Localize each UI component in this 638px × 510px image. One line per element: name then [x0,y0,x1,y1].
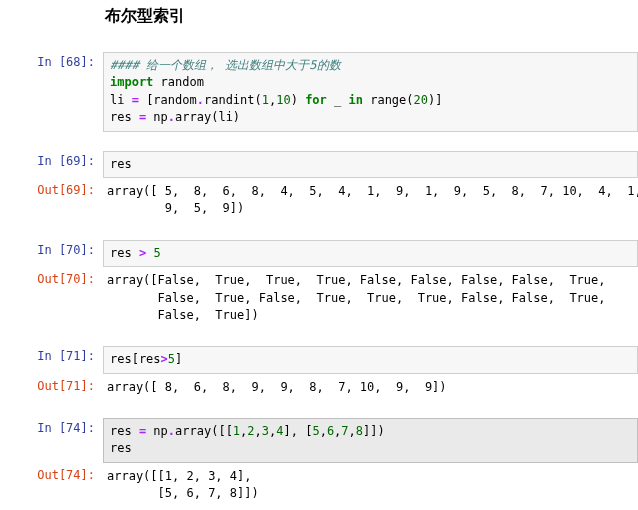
section-heading: 布尔型索引 [0,0,638,35]
input-prompt: In [69]: [0,151,103,168]
code-token: 5 [168,352,175,366]
code-token: . [168,424,175,438]
code-token: res [110,157,132,171]
code-token: range( [363,93,414,107]
code-token: False, True, False, True, True, True, Fa… [107,291,606,305]
code-token: 1 [262,93,269,107]
code-token: #### 给一个数组， 选出数组中大于5的数 [110,58,341,72]
code-token: random [153,75,204,89]
code-token: ] [175,352,182,366]
code-token: . [197,93,204,107]
output-cell: Out[69]:array([ 5, 8, 6, 8, 4, 5, 4, 1, … [0,180,638,221]
code-token: [5, 6, 7, 8]]) [107,486,259,500]
code-token: res [110,424,139,438]
code-token: 7 [341,424,348,438]
code-token: , [320,424,327,438]
code-token: array([[1, 2, 3, 4], [107,469,252,483]
code-token: , [255,424,262,438]
code-token: , [349,424,356,438]
code-token: np [146,110,168,124]
code-token: = [132,93,139,107]
code-token: 4 [276,424,283,438]
input-cell: In [70]:res > 5 [0,240,638,267]
output-cell: Out[74]:array([[1, 2, 3, 4], [5, 6, 7, 8… [0,465,638,506]
code-token: [random [139,93,197,107]
input-prompt: In [74]: [0,418,103,435]
code-token: array([ 5, 8, 6, 8, 4, 5, 4, 1, 9, 1, 9,… [107,184,638,198]
code-token: 5 [312,424,319,438]
code-token: ) [291,93,305,107]
code-token: ], [ [284,424,313,438]
code-token: 3 [262,424,269,438]
input-cell: In [74]:res = np.array([[1,2,3,4], [5,6,… [0,418,638,463]
code-token: 5 [153,246,160,260]
code-token: in [349,93,363,107]
code-token: 20 [414,93,428,107]
output-prompt: Out[74]: [0,465,103,482]
input-prompt: In [70]: [0,240,103,257]
code-token: randint( [204,93,262,107]
code-token: import [110,75,153,89]
notebook-cells: In [68]:#### 给一个数组， 选出数组中大于5的数 import ra… [0,35,638,510]
input-cell: In [69]:res [0,151,638,178]
input-prompt: In [68]: [0,52,103,69]
code-token: array([ 8, 6, 8, 9, 9, 8, 7, 10, 9, 9]) [107,380,447,394]
code-area[interactable]: res[res>5] [103,346,638,373]
code-token: li [110,93,132,107]
code-token: 1 [233,424,240,438]
input-cell: In [71]:res[res>5] [0,346,638,373]
code-token: res [110,441,132,455]
code-token: ]]) [363,424,385,438]
code-token: array([[ [175,424,233,438]
output-text: array([ 8, 6, 8, 9, 9, 8, 7, 10, 9, 9]) [103,376,638,399]
output-prompt: Out[69]: [0,180,103,197]
output-text: array([[1, 2, 3, 4], [5, 6, 7, 8]]) [103,465,638,506]
code-area[interactable]: res > 5 [103,240,638,267]
code-token: res [110,246,139,260]
code-area[interactable]: res = np.array([[1,2,3,4], [5,6,7,8]]) r… [103,418,638,463]
code-token: _ [327,93,349,107]
code-token: 8 [356,424,363,438]
code-token: np [146,424,168,438]
code-token: > [161,352,168,366]
code-token: array(li) [175,110,240,124]
code-token: for [305,93,327,107]
output-text: array([False, True, True, True, False, F… [103,269,638,327]
output-text: array([ 5, 8, 6, 8, 4, 5, 4, 1, 9, 1, 9,… [103,180,638,221]
code-token: array([False, True, True, True, False, F… [107,273,606,287]
code-token: )] [428,93,442,107]
code-token: res[res [110,352,161,366]
code-token: 2 [247,424,254,438]
code-token: res [110,110,139,124]
input-cell: In [68]:#### 给一个数组， 选出数组中大于5的数 import ra… [0,52,638,132]
input-prompt: In [71]: [0,346,103,363]
code-area[interactable]: #### 给一个数组， 选出数组中大于5的数 import random li … [103,52,638,132]
code-token: 10 [276,93,290,107]
code-token: 9, 5, 9]) [107,201,244,215]
code-token: . [168,110,175,124]
output-cell: Out[70]:array([False, True, True, True, … [0,269,638,327]
output-prompt: Out[70]: [0,269,103,286]
output-cell: Out[71]:array([ 8, 6, 8, 9, 9, 8, 7, 10,… [0,376,638,399]
code-area[interactable]: res [103,151,638,178]
output-prompt: Out[71]: [0,376,103,393]
code-token: False, True]) [107,308,259,322]
